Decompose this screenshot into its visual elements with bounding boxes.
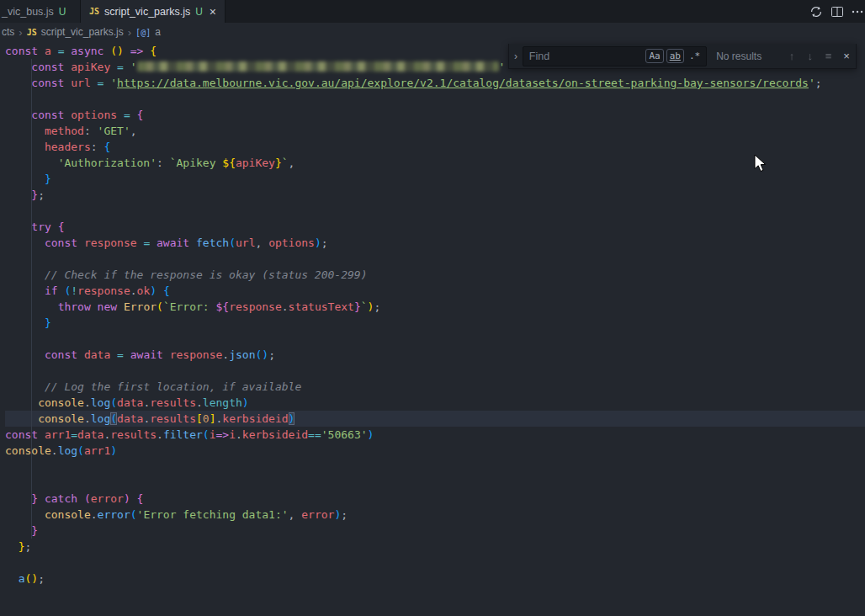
code-line[interactable]: } (5, 523, 865, 539)
code-line[interactable]: if (!response.ok) { (5, 283, 865, 299)
code-token: () (110, 45, 124, 57)
tab-label: _vic_bus.js (2, 6, 54, 18)
tab-bar: _vic_bus.js U JS script_vic_parks.js U × (0, 0, 865, 23)
code-line[interactable]: console.error('Error fetching data1:', e… (5, 507, 865, 523)
code-line[interactable]: } catch (error) { (5, 491, 865, 507)
more-actions-icon[interactable] (852, 5, 863, 19)
code-token: { (163, 284, 170, 297)
code-line[interactable]: throw new Error(`Error: ${response.statu… (5, 299, 865, 315)
code-line[interactable]: const data = await response.json(); (5, 347, 865, 363)
code-token: const (45, 348, 84, 361)
code-line[interactable]: }; (5, 187, 865, 203)
find-input-placeholder: Find (529, 50, 644, 62)
code-token: . (282, 300, 289, 313)
find-in-selection-button[interactable]: ≡ (820, 50, 838, 62)
code-token (77, 492, 84, 505)
code-token: ( (77, 444, 84, 457)
redacted-api-key (137, 61, 499, 72)
close-tab-icon[interactable]: × (210, 5, 216, 19)
find-input[interactable]: Find Aa ab .* (523, 46, 707, 66)
code-token: { (137, 109, 144, 121)
toggle-replace-button[interactable]: › (509, 44, 523, 68)
code-token (5, 141, 45, 153)
previous-match-button[interactable]: ↑ (783, 50, 801, 62)
code-token: arr1 (45, 428, 71, 441)
code-line[interactable]: console.log(arr1) (5, 443, 865, 459)
code-token: a (45, 45, 51, 57)
code-token (38, 492, 45, 505)
code-token (124, 45, 130, 57)
code-line[interactable] (5, 203, 865, 219)
code-line[interactable] (5, 475, 865, 491)
code-token (5, 109, 31, 121)
code-token: ) (124, 492, 130, 505)
code-token: log (91, 396, 110, 409)
code-area[interactable]: const a = async () => { const apiKey = '… (0, 41, 865, 587)
code-token: const (31, 109, 71, 121)
split-editor-icon[interactable] (831, 5, 844, 19)
code-line[interactable]: const options = { (5, 107, 865, 123)
code-line[interactable] (5, 459, 865, 475)
code-editor[interactable]: › Find Aa ab .* No results ↑ ↓ ≡ × const… (0, 41, 865, 616)
code-token: new (98, 300, 124, 313)
code-line[interactable]: headers: { (5, 139, 865, 155)
code-line[interactable] (5, 331, 865, 347)
open-changes-icon[interactable] (809, 5, 823, 19)
code-token: kerbsideid (242, 428, 308, 441)
code-token (5, 125, 45, 137)
next-match-button[interactable]: ↓ (801, 50, 820, 62)
code-token: . (196, 396, 203, 409)
code-token: headers (45, 141, 91, 153)
code-token: const (45, 236, 84, 249)
code-token: `Error: (163, 300, 216, 313)
code-token (5, 220, 31, 233)
code-token: ${ (222, 157, 236, 169)
code-token: 'Error fetching data1:' (137, 508, 289, 521)
code-token (51, 45, 58, 57)
code-line[interactable] (5, 91, 865, 107)
code-line[interactable]: method: 'GET', (5, 123, 865, 139)
code-token: . (236, 428, 242, 441)
code-line[interactable]: try { (5, 219, 865, 235)
code-token (5, 412, 38, 425)
breadcrumb-symbol[interactable]: a (155, 26, 161, 38)
code-line[interactable]: // Log the first location, if available (5, 379, 865, 395)
code-line[interactable]: } (5, 171, 865, 187)
code-token: ; (374, 300, 380, 313)
code-line[interactable]: }; (5, 539, 865, 555)
code-line[interactable] (5, 251, 865, 267)
code-token: ) (368, 428, 374, 441)
code-line[interactable]: const arr1=data.results.filter(i=>i.kerb… (5, 427, 865, 443)
code-line[interactable]: } (5, 315, 865, 331)
code-line[interactable]: a(); (5, 571, 865, 587)
code-token: } (45, 316, 51, 329)
tab-script-vic-parks[interactable]: JS script_vic_parks.js U × (81, 0, 226, 23)
code-line[interactable]: console.log(data.results.length) (5, 395, 865, 411)
code-token: response (229, 300, 282, 313)
code-token (5, 61, 31, 73)
code-line[interactable]: // Check if the response is okay (status… (5, 267, 865, 283)
code-line[interactable]: const url = 'https://data.melbourne.vic.… (5, 75, 865, 91)
match-case-button[interactable]: Aa (645, 49, 663, 63)
regex-button[interactable]: .* (687, 50, 703, 62)
whole-word-button[interactable]: ab (666, 49, 684, 63)
code-line[interactable] (5, 555, 865, 571)
code-token: : (157, 157, 170, 169)
breadcrumb-folder[interactable]: cts (2, 26, 14, 38)
code-line[interactable]: 'Authorization': `Apikey ${apiKey}`, (5, 155, 865, 171)
code-line[interactable]: const response = await fetch(url, option… (5, 235, 865, 251)
code-line[interactable]: console.log(data.results[0].kerbsideid) (5, 411, 865, 427)
breadcrumb-file[interactable]: script_vic_parks.js (41, 26, 124, 38)
close-find-icon[interactable]: × (837, 50, 856, 62)
code-token: const (31, 77, 71, 89)
tab-vic-bus[interactable]: _vic_bus.js U (0, 0, 81, 23)
code-line[interactable] (5, 363, 865, 379)
code-token: } (275, 157, 282, 169)
code-token: . (222, 348, 229, 361)
code-token: // Log the first location, if available (45, 380, 301, 393)
code-token: == (308, 428, 321, 441)
code-token: json (229, 348, 255, 361)
code-token: ) (315, 236, 321, 249)
code-token: results (110, 428, 157, 441)
code-token: ` (361, 300, 368, 313)
